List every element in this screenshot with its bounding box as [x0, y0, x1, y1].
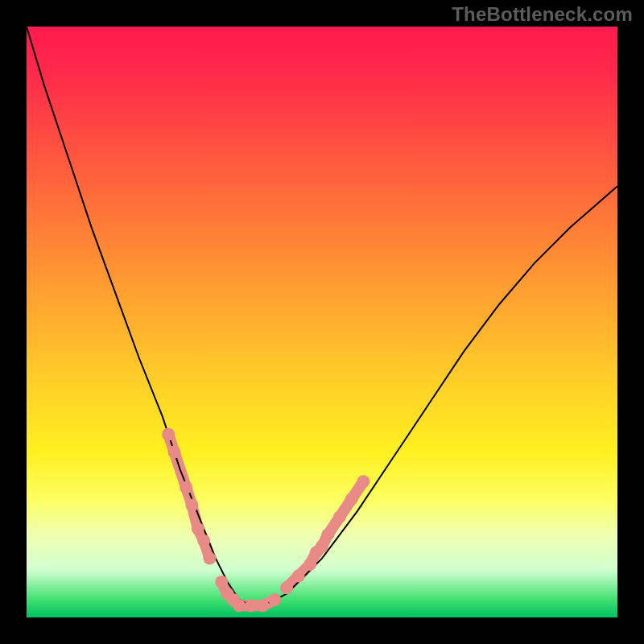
marker-dot — [186, 499, 199, 512]
bottleneck-curve — [27, 27, 617, 605]
marker-dot — [268, 593, 281, 606]
marker-dot — [233, 599, 246, 612]
marker-dot — [316, 540, 328, 553]
marker-dot — [257, 599, 270, 612]
marker-dot — [345, 493, 358, 506]
chart-frame: TheBottleneck.com — [0, 0, 644, 644]
marker-dot — [357, 475, 369, 488]
marker-dot — [303, 558, 316, 571]
plot-area — [27, 27, 617, 617]
marker-dot — [204, 552, 217, 565]
marker-dot — [215, 576, 228, 588]
marker-dot — [192, 522, 204, 535]
marker-dot — [162, 428, 175, 441]
marker-dot — [333, 510, 346, 523]
marker-dot — [321, 528, 334, 541]
watermark-text: TheBottleneck.com — [452, 3, 633, 26]
marker-dot — [197, 535, 210, 547]
marker-dot — [168, 446, 181, 459]
marker-dot — [180, 481, 192, 494]
curve-svg — [27, 27, 617, 617]
marker-dot — [280, 581, 293, 594]
marker-dot — [245, 599, 258, 612]
marker-dot — [292, 570, 305, 583]
